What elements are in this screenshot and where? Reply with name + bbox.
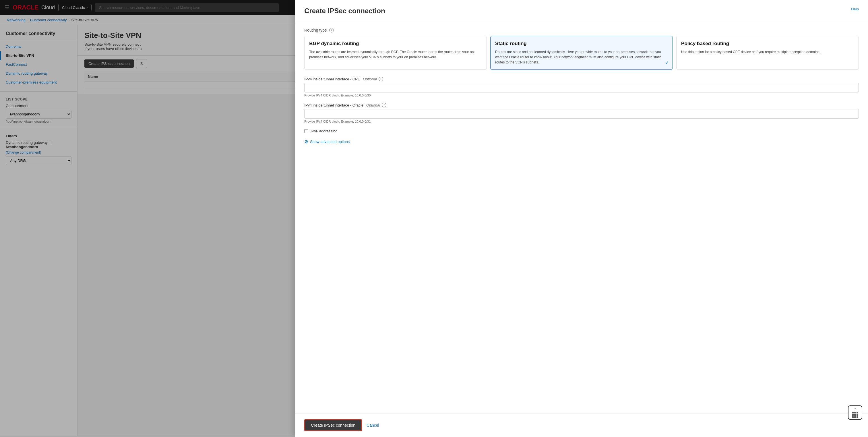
settings-icon: ⚙ [304,139,308,145]
advanced-options-row: ⚙ Show advanced options [304,139,859,145]
ipv6-label[interactable]: IPv6 addressing [311,129,337,133]
ipv4-cpe-hint: Provide IPv4 CIDR block. Example: 10.0.0… [304,94,859,97]
help-widget-grid [852,412,858,418]
modal-create-ipsec-button[interactable]: Create IPSec connection [304,419,362,431]
ipv6-checkbox-row: IPv6 addressing [304,129,859,133]
ipv6-checkbox[interactable] [304,129,308,133]
modal-cancel-button[interactable]: Cancel [367,423,379,428]
modal-header: Create IPSec connection Help [295,0,868,21]
static-card-desc: Routes are static and not learned dynami… [495,50,668,65]
ipv4-oracle-label: IPv4 inside tunnel interface - Oracle Op… [304,103,859,107]
modal-help-link[interactable]: Help [851,7,859,11]
static-card-checkmark: ✓ [665,60,669,66]
bgp-card-title: BGP dynamic routing [309,41,482,46]
routing-cards: BGP dynamic routing The available routes… [304,36,859,70]
policy-card-desc: Use this option for a policy based CPE d… [681,50,854,55]
ipv4-cpe-label: IPv4 inside tunnel interface - CPE Optio… [304,77,859,81]
ipv4-cpe-group: IPv4 inside tunnel interface - CPE Optio… [304,77,859,97]
routing-type-label: Routing type i [304,28,859,32]
ipv4-cpe-info-icon[interactable]: i [379,77,383,81]
routing-type-info-icon[interactable]: i [329,28,334,32]
ipv4-oracle-info-icon[interactable]: i [382,103,386,107]
help-widget-icon: ? [854,407,856,411]
modal-footer: Create IPSec connection Cancel [295,413,868,437]
ipv4-oracle-input[interactable] [304,109,859,119]
modal-title: Create IPSec connection [304,7,385,15]
ipv4-oracle-optional: Optional [365,103,380,107]
bgp-routing-card[interactable]: BGP dynamic routing The available routes… [304,36,487,70]
modal-body: Routing type i BGP dynamic routing The a… [295,21,868,413]
policy-card-title: Policy based routing [681,41,854,46]
ipv4-oracle-hint: Provide IPv4 CIDR block. Example: 10.0.0… [304,120,859,123]
ipv4-oracle-group: IPv4 inside tunnel interface - Oracle Op… [304,103,859,123]
show-advanced-options-link[interactable]: ⚙ Show advanced options [304,139,859,145]
bgp-card-desc: The available routes are learned dynamic… [309,50,482,60]
create-ipsec-modal: Create IPSec connection Help Routing typ… [295,0,868,437]
policy-routing-card[interactable]: Policy based routing Use this option for… [676,36,859,70]
static-routing-card[interactable]: Static routing Routes are static and not… [490,36,673,70]
ipv4-cpe-optional: Optional [362,77,377,81]
help-widget[interactable]: ? [848,405,862,420]
ipv4-cpe-input[interactable] [304,83,859,92]
static-card-title: Static routing [495,41,668,46]
